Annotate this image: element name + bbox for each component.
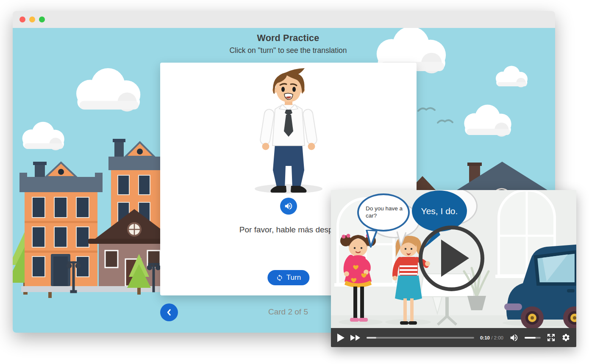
current-time: 0:10 (480, 335, 490, 340)
time-display: 0:10 / 2:00 (480, 335, 503, 340)
practice-header: Word Practice Click on "turn" to see the… (13, 28, 555, 55)
volume-button[interactable] (509, 333, 519, 342)
close-icon[interactable] (19, 17, 25, 22)
video-scene[interactable]: Do you have a car? Yes, I do. (331, 190, 576, 328)
page-title: Word Practice (21, 33, 555, 44)
zoom-icon[interactable] (39, 17, 45, 22)
cartoon-man-illustration (250, 68, 327, 196)
minimize-icon[interactable] (29, 17, 35, 22)
turn-button-label: Turn (286, 273, 301, 282)
fullscreen-icon (547, 333, 556, 342)
duration: 2:00 (494, 335, 503, 340)
video-player: Do you have a car? Yes, I do. (331, 190, 576, 347)
fast-forward-icon (350, 335, 361, 341)
volume-up-icon (509, 333, 519, 342)
settings-button[interactable] (561, 333, 570, 342)
volume-fill (525, 337, 536, 339)
progress-bar[interactable] (367, 337, 474, 339)
speech-bubble-ghost-tail (395, 231, 407, 248)
audio-button[interactable] (280, 198, 297, 215)
play-icon (337, 334, 345, 342)
time-separator: / (491, 335, 492, 340)
progress-played (367, 337, 376, 339)
bird-icon (418, 108, 435, 111)
window-titlebar (13, 11, 555, 28)
bird-icon (438, 120, 453, 123)
refresh-icon (276, 274, 283, 281)
volume-slider[interactable] (525, 337, 541, 339)
speech-bubble-answer-text: Yes, I do. (421, 206, 458, 216)
play-icon (441, 240, 469, 277)
big-play-button[interactable] (419, 226, 484, 291)
play-button[interactable] (337, 334, 345, 342)
speech-bubble-question-text: Do you have a car? (366, 205, 408, 220)
speech-bubble-question-tail (364, 230, 378, 248)
speech-bubble-question: Do you have a car? (357, 193, 410, 232)
fast-forward-button[interactable] (350, 335, 361, 341)
speaker-icon (284, 201, 293, 211)
building-orange (19, 162, 103, 292)
speech-bubble-answer: Yes, I do. (412, 190, 467, 232)
video-controls: 0:10 / 2:00 (331, 328, 576, 347)
turn-button[interactable]: Turn (267, 270, 309, 285)
page-subtitle: Click on "turn" to see the translation (21, 46, 555, 55)
fullscreen-button[interactable] (547, 333, 556, 342)
gear-icon (561, 333, 570, 342)
